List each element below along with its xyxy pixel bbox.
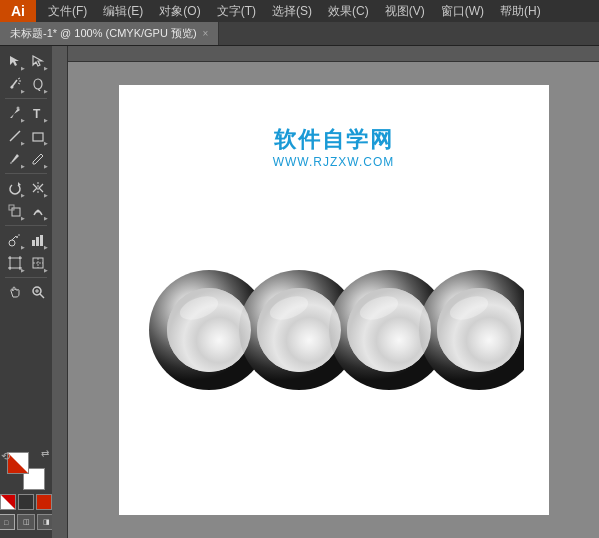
fill-none-swatch[interactable] <box>0 494 16 510</box>
shape-tool[interactable]: ▶ <box>27 125 49 147</box>
zoom-tool[interactable] <box>27 281 49 303</box>
paintbrush-tool[interactable]: ▶ <box>4 148 26 170</box>
svg-point-4 <box>34 79 42 89</box>
menu-edit[interactable]: 编辑(E) <box>95 1 151 22</box>
none-swatches <box>0 494 52 510</box>
brush-tools-row: ▶ ▶ <box>4 148 49 170</box>
menu-view[interactable]: 视图(V) <box>377 1 433 22</box>
artboard: 软件自学网 WWW.RJZXW.COM <box>119 85 549 515</box>
reflect-tool[interactable]: ▶ <box>27 177 49 199</box>
toolbar-divider-4 <box>5 277 47 278</box>
horizontal-ruler <box>52 46 599 62</box>
svg-point-15 <box>36 210 39 213</box>
watermark-main-text: 软件自学网 <box>273 125 395 155</box>
watermark-sub-text: WWW.RJZXW.COM <box>273 155 395 169</box>
pencil-tool[interactable]: ▶ <box>27 148 49 170</box>
draw-mode-buttons: □ ◫ ◨ <box>0 514 52 530</box>
menu-object[interactable]: 对象(O) <box>151 1 208 22</box>
magic-lasso-row: ▶ ▶ <box>4 73 49 95</box>
menu-help[interactable]: 帮助(H) <box>492 1 549 22</box>
artboard-tool[interactable]: ▶ <box>4 252 26 274</box>
symbol-tools-row: ▶ ▶ <box>4 229 49 251</box>
toolbar-divider-2 <box>5 173 47 174</box>
swap-colors-button[interactable]: ⇄ <box>41 448 49 459</box>
svg-rect-20 <box>32 240 35 246</box>
artboard-tools-row: ▶ ▶ <box>4 252 49 274</box>
slice-tool[interactable]: ▶ <box>27 252 49 274</box>
draw-inside-button[interactable]: ◨ <box>37 514 52 530</box>
svg-point-0 <box>10 86 13 89</box>
svg-rect-22 <box>40 235 43 246</box>
draw-behind-button[interactable]: ◫ <box>17 514 35 530</box>
selection-tools-row: ▶ ▶ <box>4 50 49 72</box>
svg-line-17 <box>12 236 16 240</box>
svg-rect-21 <box>36 237 39 246</box>
svg-rect-23 <box>10 258 20 268</box>
menu-bar: Ai 文件(F) 编辑(E) 对象(O) 文字(T) 选择(S) 效果(C) 视… <box>0 0 599 22</box>
menu-select[interactable]: 选择(S) <box>264 1 320 22</box>
svg-line-3 <box>18 83 20 84</box>
svg-marker-11 <box>18 182 21 186</box>
svg-line-36 <box>40 294 44 298</box>
line-tools-row: ▶ ▶ <box>4 125 49 147</box>
svg-point-6 <box>16 107 19 110</box>
svg-text:T: T <box>33 107 41 120</box>
left-toolbar: ▶ ▶ ▶ <box>0 46 52 538</box>
puppet-warp-tool[interactable]: ▶ <box>27 200 49 222</box>
direct-selection-tool[interactable]: ▶ <box>27 50 49 72</box>
svg-rect-13 <box>12 208 20 216</box>
pen-tools-row: ▶ T ▶ <box>4 102 49 124</box>
main-layout: ▶ ▶ ▶ <box>0 46 599 538</box>
svg-point-16 <box>9 240 15 246</box>
hand-zoom-row <box>4 281 49 303</box>
svg-point-10 <box>10 162 12 164</box>
color-swatch[interactable] <box>36 494 52 510</box>
audi-rings-graphic <box>144 260 524 400</box>
rotate-tools-row: ▶ ▶ <box>4 177 49 199</box>
hand-tool[interactable] <box>4 281 26 303</box>
menu-items: 文件(F) 编辑(E) 对象(O) 文字(T) 选择(S) 效果(C) 视图(V… <box>36 1 549 22</box>
symbol-sprayer-tool[interactable]: ▶ <box>4 229 26 251</box>
menu-effect[interactable]: 效果(C) <box>320 1 377 22</box>
tab-label: 未标题-1* @ 100% (CMYK/GPU 预览) <box>10 26 197 41</box>
svg-rect-9 <box>33 133 43 141</box>
menu-window[interactable]: 窗口(W) <box>433 1 492 22</box>
warp-tools-row: ▶ ▶ <box>4 200 49 222</box>
type-tool[interactable]: T ▶ <box>27 102 49 124</box>
selection-tool[interactable]: ▶ <box>4 50 26 72</box>
column-graph-tool[interactable]: ▶ <box>27 229 49 251</box>
toolbar-divider-3 <box>5 225 47 226</box>
reset-colors-button[interactable]: ⟲ <box>1 450 10 463</box>
tab-bar: 未标题-1* @ 100% (CMYK/GPU 预览) × <box>0 22 599 46</box>
svg-point-19 <box>18 234 20 236</box>
stroke-swatch[interactable] <box>18 494 34 510</box>
magic-wand-tool[interactable]: ▶ <box>4 73 26 95</box>
tab-close-button[interactable]: × <box>203 28 209 39</box>
svg-line-1 <box>18 78 20 79</box>
watermark: 软件自学网 WWW.RJZXW.COM <box>273 125 395 169</box>
canvas-background[interactable]: 软件自学网 WWW.RJZXW.COM <box>68 62 599 538</box>
draw-normal-button[interactable]: □ <box>0 514 15 530</box>
svg-line-5 <box>38 89 40 91</box>
foreground-color-swatch[interactable] <box>7 452 29 474</box>
scale-tool[interactable]: ▶ <box>4 200 26 222</box>
line-segment-tool[interactable]: ▶ <box>4 125 26 147</box>
menu-type[interactable]: 文字(T) <box>209 1 264 22</box>
pen-tool[interactable]: ▶ <box>4 102 26 124</box>
document-tab[interactable]: 未标题-1* @ 100% (CMYK/GPU 预览) × <box>0 22 219 45</box>
lasso-tool[interactable]: ▶ <box>27 73 49 95</box>
menu-file[interactable]: 文件(F) <box>40 1 95 22</box>
canvas-area: 软件自学网 WWW.RJZXW.COM <box>52 46 599 538</box>
rotate-tool[interactable]: ▶ <box>4 177 26 199</box>
svg-line-8 <box>10 131 20 141</box>
svg-point-18 <box>16 236 18 238</box>
app-logo: Ai <box>0 0 36 22</box>
color-swatches: ⟲ ⇄ □ ◫ ◨ <box>0 452 52 534</box>
vertical-ruler <box>52 46 68 538</box>
toolbar-divider-1 <box>5 98 47 99</box>
